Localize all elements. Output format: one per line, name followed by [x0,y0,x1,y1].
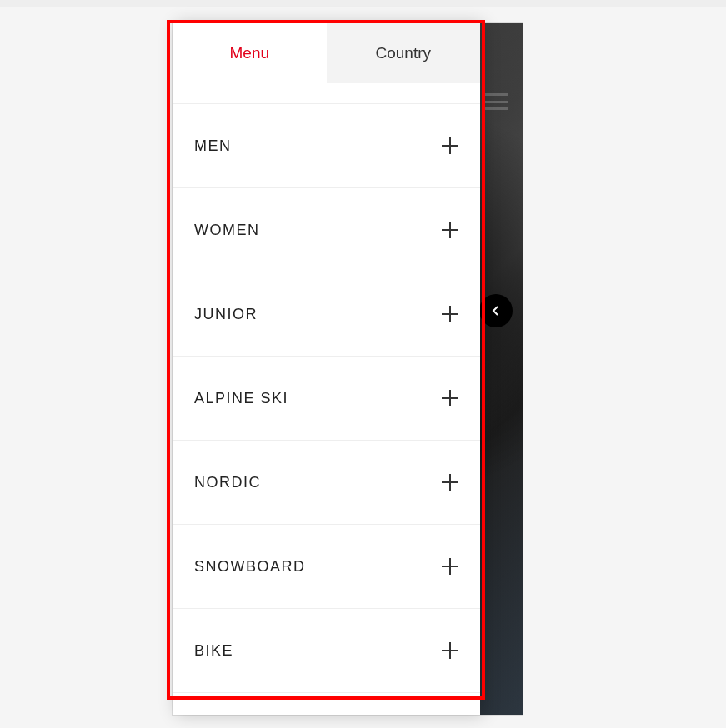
category-label: NORDIC [194,474,261,491]
plus-icon [442,222,458,238]
tab-country[interactable]: Country [327,23,481,83]
mobile-viewport: Menu Country MEN WOMEN JUNIOR ALPINE SKI… [173,23,523,715]
category-men[interactable]: MEN [173,104,480,188]
drawer-tabs: Menu Country [173,23,480,83]
hamburger-icon[interactable] [484,93,508,110]
tab-spacer [173,83,480,104]
category-snowboard[interactable]: SNOWBOARD [173,525,480,609]
category-label: ALPINE SKI [194,390,288,407]
category-label: JUNIOR [194,306,258,323]
category-label: MEN [194,137,232,155]
category-bike[interactable]: BIKE [173,609,480,693]
plus-icon [442,474,458,491]
plus-icon [442,306,458,322]
nav-drawer: Menu Country MEN WOMEN JUNIOR ALPINE SKI… [173,23,480,715]
tab-menu[interactable]: Menu [173,23,327,83]
category-label: WOMEN [194,222,260,239]
category-junior[interactable]: JUNIOR [173,272,480,357]
category-nordic[interactable]: NORDIC [173,441,480,525]
plus-icon [442,137,458,154]
category-women[interactable]: WOMEN [173,188,480,272]
category-label: BIKE [194,642,233,660]
plus-icon [442,558,458,575]
category-label: SNOWBOARD [194,558,306,576]
plus-icon [442,642,458,659]
prev-slide-button[interactable] [479,294,513,327]
ruler-strip [0,0,726,7]
plus-icon [442,390,458,406]
category-alpine-ski[interactable]: ALPINE SKI [173,357,480,441]
chevron-left-icon [492,305,500,317]
